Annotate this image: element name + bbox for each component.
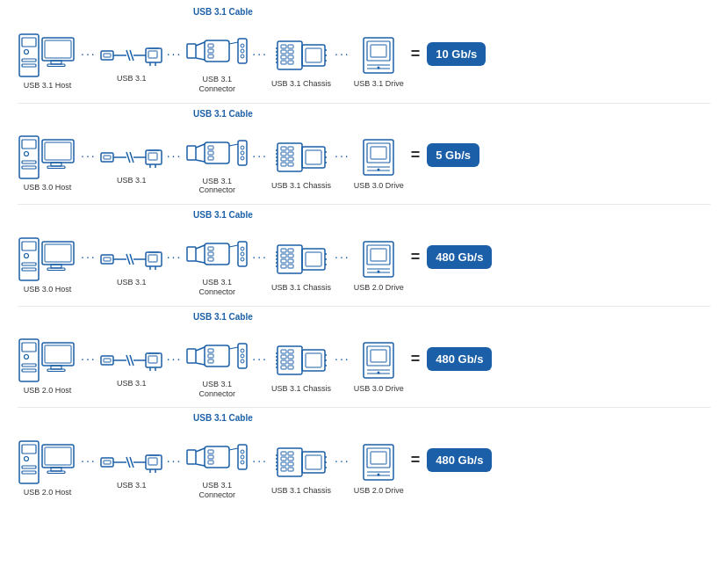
svg-line-20 — [196, 42, 205, 46]
usb-label-3: USB 3.1 — [117, 379, 147, 388]
svg-rect-248 — [208, 455, 213, 459]
connector-component-4: USB 3.1 Connector — [185, 436, 249, 500]
svg-rect-75 — [187, 146, 196, 160]
row-4: USB 3.1 Cable USB 2.0 Host ··· — [18, 415, 710, 509]
svg-point-252 — [241, 450, 244, 454]
host-component-4: USB 2.0 Host — [18, 439, 77, 497]
svg-point-114 — [25, 253, 29, 258]
svg-rect-44 — [288, 61, 293, 64]
svg-rect-155 — [288, 259, 293, 263]
svg-rect-27 — [238, 39, 247, 63]
svg-rect-131 — [187, 247, 196, 261]
usb-component-0: USB 3.1 — [100, 40, 163, 83]
svg-rect-178 — [104, 359, 111, 362]
svg-line-194 — [229, 347, 238, 349]
svg-rect-60 — [22, 166, 36, 169]
dots-3-3: ··· — [252, 352, 268, 381]
svg-rect-10 — [104, 54, 111, 57]
dots-3-2: ··· — [252, 250, 268, 279]
dots-1-3: ··· — [81, 352, 97, 381]
dots-1-2: ··· — [81, 250, 97, 279]
svg-point-278 — [378, 473, 380, 475]
chassis-label-2: USB 3.1 Chassis — [271, 283, 331, 293]
svg-rect-171 — [22, 364, 36, 366]
connector-label-4: USB 3.1 Connector — [186, 481, 248, 500]
svg-point-166 — [378, 270, 380, 272]
svg-rect-96 — [281, 163, 286, 166]
svg-rect-169 — [22, 343, 36, 352]
svg-rect-273 — [306, 455, 321, 469]
svg-rect-59 — [22, 161, 36, 163]
host-component-3: USB 2.0 Host — [18, 337, 77, 395]
svg-rect-1 — [22, 38, 36, 47]
speed-badge-0: 10 Gb/s — [427, 42, 486, 66]
chassis-label-1: USB 3.1 Chassis — [271, 181, 331, 191]
usb-label-2: USB 3.1 — [117, 278, 147, 287]
dots-2-3: ··· — [167, 352, 183, 381]
svg-rect-247 — [208, 450, 213, 454]
connector-icon-4 — [185, 436, 249, 478]
equals-4: = — [411, 451, 421, 485]
svg-rect-38 — [281, 50, 286, 54]
speed-badge-2: 480 Gb/s — [427, 245, 492, 269]
svg-rect-118 — [45, 244, 71, 262]
dots-2-2: ··· — [167, 250, 183, 279]
svg-line-69 — [130, 152, 133, 163]
svg-rect-192 — [208, 354, 213, 358]
usb-label-0: USB 3.1 — [117, 74, 147, 83]
svg-rect-206 — [281, 355, 286, 359]
dots-1-0: ··· — [81, 47, 97, 76]
svg-point-110 — [378, 168, 380, 171]
svg-rect-66 — [104, 156, 111, 159]
svg-rect-211 — [288, 360, 293, 364]
svg-rect-232 — [47, 471, 65, 474]
equals-1: = — [411, 146, 421, 180]
svg-rect-187 — [187, 349, 196, 363]
svg-rect-24 — [208, 49, 213, 53]
drive-icon-2 — [360, 238, 397, 280]
svg-rect-137 — [208, 258, 213, 261]
connector-label-2: USB 3.1 Connector — [186, 278, 248, 297]
host-icon-4 — [18, 439, 77, 485]
usb-component-4: USB 3.1 — [100, 446, 163, 490]
svg-rect-191 — [208, 349, 213, 352]
svg-line-236 — [126, 457, 130, 468]
svg-rect-116 — [22, 268, 36, 271]
diagram-row-4: USB 3.1 Cable USB 2.0 Host ··· — [18, 415, 710, 500]
host-component-1: USB 3.0 Host — [18, 134, 77, 192]
svg-rect-135 — [208, 247, 213, 250]
svg-rect-64 — [47, 166, 65, 169]
svg-rect-209 — [288, 350, 293, 353]
usb-cable-icon-2 — [100, 243, 163, 275]
cable-label-1: USB 3.1 Cable — [193, 109, 253, 119]
chassis-icon-4 — [276, 441, 327, 483]
svg-line-180 — [126, 355, 130, 366]
cable-label-0: USB 3.1 Cable — [193, 7, 253, 17]
svg-point-58 — [25, 151, 29, 156]
drive-label-2: USB 2.0 Drive — [354, 283, 404, 293]
svg-rect-93 — [281, 147, 286, 150]
svg-line-237 — [130, 457, 133, 468]
svg-rect-152 — [281, 265, 286, 268]
svg-rect-230 — [45, 447, 71, 465]
svg-rect-195 — [238, 344, 247, 368]
svg-rect-25 — [208, 54, 213, 58]
chassis-component-2: USB 3.1 Chassis — [271, 238, 331, 293]
svg-point-170 — [25, 355, 29, 359]
svg-rect-264 — [281, 468, 286, 471]
svg-rect-210 — [288, 355, 293, 359]
svg-line-26 — [229, 42, 238, 44]
chassis-label-3: USB 3.1 Chassis — [271, 384, 331, 394]
svg-rect-65 — [101, 153, 113, 162]
svg-rect-19 — [187, 44, 196, 58]
svg-rect-57 — [22, 140, 36, 149]
diagram-row-2: USB 3.1 Cable USB 3.0 Host ··· — [18, 212, 710, 297]
drive-icon-4 — [360, 441, 397, 483]
svg-point-222 — [378, 372, 380, 374]
svg-rect-97 — [288, 147, 293, 150]
connector-component-1: USB 3.1 Connector — [185, 132, 249, 196]
chassis-icon-0 — [276, 34, 327, 76]
svg-rect-79 — [208, 146, 213, 149]
svg-line-77 — [196, 160, 205, 162]
svg-rect-39 — [281, 55, 286, 59]
